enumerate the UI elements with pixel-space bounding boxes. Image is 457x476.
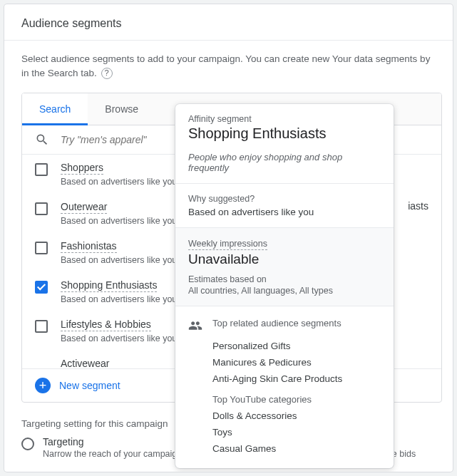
search-icon [35, 133, 49, 147]
truncated-label: iasts [408, 200, 428, 212]
segment-title: Shoppers [61, 162, 103, 175]
related-title: Top related audience segments [212, 318, 342, 328]
estimates-sub: All countries, All languages, All types [188, 286, 381, 296]
related-items: Personalized Gifts Manicures & Pedicures… [212, 341, 381, 384]
segment-title: Fashionistas [61, 240, 117, 253]
segment-title: Activewear [61, 358, 109, 368]
people-icon [188, 319, 202, 335]
segment-type-label: Affinity segment [188, 114, 381, 124]
popover-title: Shopping Enthusiasts [188, 125, 381, 142]
segment-title: Lifestyles & Hobbies [61, 319, 151, 331]
popover-desc: People who enjoy shopping and shop frequ… [188, 152, 381, 173]
checkbox[interactable] [35, 320, 48, 333]
checkbox[interactable] [35, 281, 48, 294]
tab-browse[interactable]: Browse [88, 93, 155, 125]
radio[interactable] [21, 438, 34, 450]
checkbox[interactable] [35, 242, 48, 254]
checkbox[interactable] [35, 163, 48, 176]
intro-text: Select audience segments to add to your … [4, 41, 453, 87]
why-suggested-value: Based on advertisers like you [188, 207, 381, 217]
segment-title: Outerwear [61, 201, 107, 214]
impressions-label: Weekly impressions [188, 239, 267, 250]
yt-items: Dolls & Accessories Toys Casual Games [212, 410, 381, 454]
segment-title: Shopping Enthusiasts [61, 279, 157, 292]
segment-popover: Affinity segment Shopping Enthusiasts Pe… [175, 104, 394, 468]
help-icon[interactable]: ? [101, 68, 113, 79]
yt-title: Top YouTube categories [212, 394, 312, 405]
tab-search[interactable]: Search [22, 93, 88, 125]
checkbox[interactable] [35, 202, 48, 215]
page-title: Audience segments [4, 4, 453, 41]
estimates-label: Estimates based on [188, 274, 381, 284]
plus-icon: + [35, 378, 51, 393]
why-suggested-label: Why suggested? [188, 194, 381, 204]
impressions-value: Unavailable [188, 252, 381, 267]
